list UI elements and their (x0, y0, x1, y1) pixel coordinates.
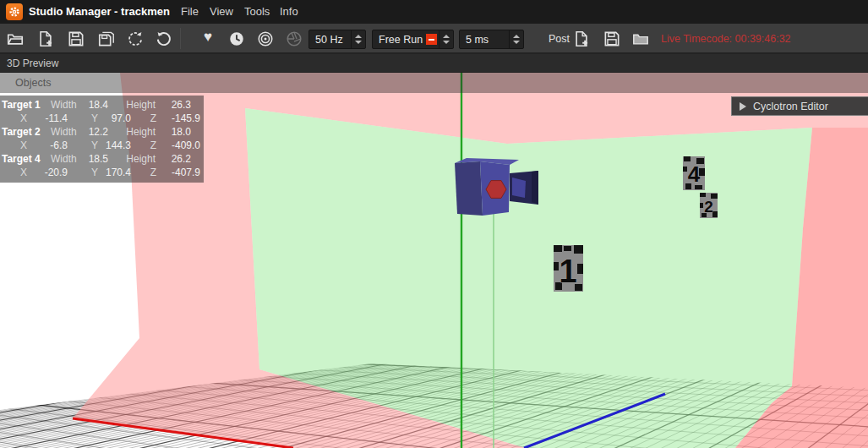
studio-manager-window: Studio Manager - trackmen File View Tool… (0, 0, 868, 448)
new-file-button[interactable] (35, 29, 56, 49)
preview-tab-bar: 3D Preview (0, 54, 868, 73)
spinner-arrows-icon[interactable] (439, 30, 453, 48)
menu-info[interactable]: Info (280, 0, 298, 24)
sync-mode-select[interactable]: Free Run (372, 30, 454, 49)
targets-panel: Target 1Width18.4Height26.3 X-11.4Y97.0Z… (0, 96, 204, 183)
target-circles-button[interactable] (255, 29, 276, 49)
delay-select[interactable]: 5 ms (459, 30, 524, 49)
post-save-button[interactable] (602, 29, 622, 49)
post-new-file-button[interactable] (571, 29, 592, 49)
delay-value: 5 ms (466, 34, 489, 46)
open-folder-button[interactable] (5, 29, 25, 49)
target-row: X-11.4Y97.0Z-145.9 (0, 112, 204, 125)
mode-status-badge (426, 34, 437, 45)
preview-tab-label: 3D Preview (7, 57, 58, 69)
target-row: X-6.8Y144.3Z-409.0 (0, 139, 204, 152)
marker-4: 4 (683, 156, 705, 190)
target-row: X-20.9Y170.4Z-407.9 (0, 166, 204, 179)
title-bar: Studio Manager - trackmen File View Tool… (0, 0, 868, 24)
target-row: Target 1Width18.4Height26.3 (0, 98, 204, 112)
rotate-ccw-button[interactable] (125, 29, 145, 49)
shutter-button-disabled (284, 29, 304, 49)
clock-button[interactable] (227, 29, 247, 49)
marker-id: 2 (704, 198, 713, 216)
toolbar-divider (180, 28, 181, 49)
menu-file[interactable]: File (181, 0, 199, 24)
spinner-arrows-icon[interactable] (351, 30, 365, 48)
post-label: Post (549, 33, 570, 45)
objects-panel-header: Objects (0, 73, 868, 93)
frequency-value: 50 Hz (315, 34, 343, 46)
post-open-folder-button[interactable] (631, 29, 651, 49)
spinner-arrows-icon[interactable] (509, 30, 523, 48)
menu-tools[interactable]: Tools (244, 0, 270, 24)
app-logo-gear-icon (6, 3, 23, 20)
cyclotron-editor-header[interactable]: Cyclotron Editor (731, 96, 868, 116)
marker-id: 1 (559, 254, 576, 289)
favorite-heart-button[interactable]: ♥ (198, 27, 218, 47)
marker-2: 2 (700, 193, 718, 218)
frequency-select[interactable]: 50 Hz (308, 30, 366, 49)
rotate-cw-button[interactable] (154, 29, 174, 49)
save-as-button[interactable] (96, 29, 117, 49)
menu-view[interactable]: View (210, 0, 233, 24)
heart-icon: ♥ (204, 29, 212, 45)
objects-label: Objects (15, 77, 51, 89)
toolbar: ♥ 50 Hz Free Run 5 ms Post (0, 24, 868, 54)
window-title: Studio Manager - trackmen (29, 0, 170, 24)
cyclotron-editor-label: Cyclotron Editor (753, 101, 828, 112)
marker-1: 1 (554, 245, 583, 292)
sync-mode-value: Free Run (379, 34, 423, 46)
target-row: Target 4Width18.5Height26.2 (0, 152, 204, 166)
viewport-3d[interactable]: 4 2 1 Objects Target 1Width18.4Height26.… (0, 73, 868, 448)
save-button[interactable] (66, 29, 86, 49)
marker-id: 4 (688, 161, 701, 187)
target-row: Target 2Width12.2Height18.0 (0, 125, 204, 139)
live-timecode: Live Timecode: 00:39:46:32 (661, 33, 791, 45)
expand-triangle-icon (740, 102, 746, 111)
